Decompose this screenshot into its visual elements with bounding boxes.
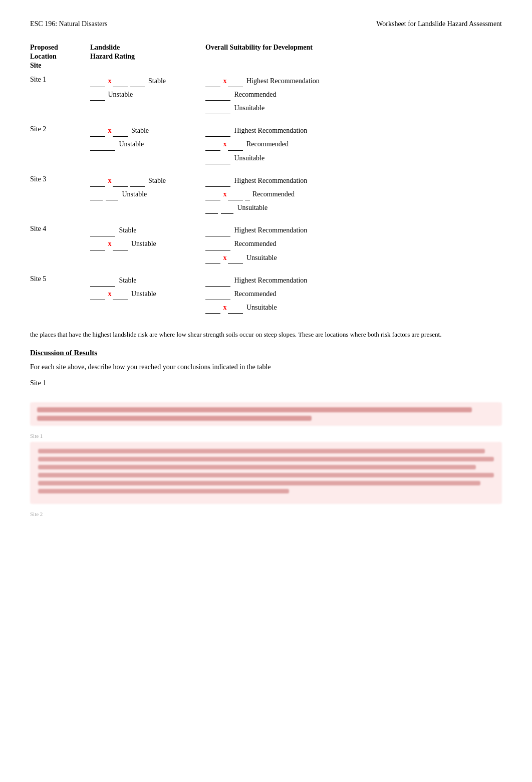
table-row-site3: Site 3 x Stable Unstable Highest Recomme… (30, 174, 502, 215)
blank (228, 87, 243, 87)
blurred-line (38, 457, 494, 461)
blank (228, 264, 243, 264)
blank (113, 136, 128, 137)
blank (113, 87, 128, 87)
stable-label: Stable (147, 174, 166, 187)
x-mark: x (221, 301, 227, 314)
header-right: Worksheet for Landslide Hazard Assessmen… (376, 20, 502, 28)
recommended-label: Recommended (245, 138, 289, 150)
recommended-label: Recommended (232, 237, 276, 250)
blank (205, 164, 230, 164)
blank (90, 100, 105, 101)
blurred-line (38, 489, 289, 493)
discussion-section: Discussion of Results For each site abov… (30, 349, 502, 387)
site1-label: Site 1 (30, 75, 90, 84)
blank (90, 150, 115, 151)
stable-label: Stable (117, 274, 137, 287)
page-header: ESC 196: Natural Disasters Worksheet for… (30, 20, 502, 28)
blank (205, 114, 230, 114)
blank (205, 87, 220, 87)
site3-hazard: x Stable Unstable (90, 174, 205, 201)
blank (205, 136, 230, 137)
blank (221, 213, 233, 214)
recommended-label: Recommended (232, 88, 276, 101)
site4-suitability: Highest Recommendation Recommended x Uns… (205, 224, 502, 265)
stable-label: Stable (130, 124, 149, 137)
highest-label: Highest Recommendation (232, 224, 307, 236)
site1-suitability: x Highest Recommendation Recommended Uns… (205, 75, 502, 116)
unstable-label: Unstable (130, 288, 156, 300)
blank (205, 300, 230, 300)
blank (205, 313, 220, 314)
site4-label: Site 4 (30, 224, 90, 233)
blurred-block-2 (30, 442, 502, 504)
blank (228, 200, 243, 200)
blank (205, 100, 230, 101)
blurred-line (38, 481, 480, 485)
small-label-2: Site 2 (30, 511, 502, 517)
blurred-line (37, 416, 312, 421)
blurred-line (38, 449, 485, 453)
blank (90, 300, 105, 300)
site2-hazard: x Stable Unstable (90, 124, 205, 151)
blank (113, 300, 128, 300)
x-mark: x (106, 75, 112, 87)
table-row-site1: Site 1 x Stable Unstable x Highest Recom… (30, 75, 502, 116)
col-header-suitability: Overall Suitability for Development (205, 43, 502, 71)
blank (90, 136, 105, 137)
blank (205, 286, 230, 287)
unsuitable-label: Unsuitable (232, 102, 264, 114)
recommended-label: Recommended (232, 288, 276, 300)
blank (205, 236, 230, 236)
x-mark: x (106, 288, 112, 300)
blank (90, 87, 105, 87)
x-mark: x (106, 124, 112, 137)
blank (106, 200, 118, 200)
recommended-label: Recommended (251, 188, 295, 200)
blurred-line (38, 473, 494, 477)
blank (130, 186, 145, 187)
blank (113, 250, 128, 250)
blank (90, 236, 115, 236)
x-mark: x (221, 75, 227, 87)
blank (245, 200, 250, 200)
highest-label: Highest Recommendation (232, 274, 307, 287)
unstable-label: Unstable (120, 188, 147, 200)
unstable-label: Unstable (130, 237, 156, 250)
unstable-label: Unstable (106, 88, 133, 101)
discussion-title: Discussion of Results (30, 349, 502, 357)
site4-hazard: Stable x Unstable (90, 224, 205, 251)
note-text: the places that have the highest landsli… (30, 330, 502, 340)
unsuitable-label: Unsuitable (232, 152, 264, 164)
blurred-content-area: Site 1 Site 2 (30, 402, 502, 517)
blank (228, 313, 243, 314)
blank (205, 186, 230, 187)
highest-label: Highest Recommendation (232, 174, 307, 187)
blurred-line (38, 465, 476, 469)
x-mark: x (221, 138, 227, 150)
blank (228, 150, 243, 151)
site5-label: Site 5 (30, 274, 90, 283)
blank (90, 186, 105, 187)
highest-label: Highest Recommendation (232, 124, 307, 137)
x-mark: x (106, 237, 112, 250)
highest-label: Highest Recommendation (245, 75, 320, 87)
blank (205, 264, 220, 264)
blank (130, 87, 145, 87)
blank (90, 200, 103, 200)
table-row-site4: Site 4 Stable x Unstable Highest Recomme… (30, 224, 502, 265)
unstable-label: Unstable (117, 138, 144, 150)
site5-hazard: Stable x Unstable (90, 274, 205, 301)
site3-suitability: Highest Recommendation x Recommended Uns… (205, 174, 502, 215)
table-header-row: ProposedLocationSite LandslideHazard Rat… (30, 43, 502, 71)
blank (205, 250, 230, 250)
site3-label: Site 3 (30, 174, 90, 183)
worksheet-table: ProposedLocationSite LandslideHazard Rat… (30, 43, 502, 315)
blurred-block-1 (30, 402, 502, 426)
table-row-site2: Site 2 x Stable Unstable Highest Recomme… (30, 124, 502, 165)
blank (90, 250, 105, 250)
unsuitable-label: Unsuitable (245, 251, 277, 264)
blank (205, 200, 220, 200)
x-mark: x (221, 188, 227, 200)
stable-label: Stable (147, 75, 166, 87)
